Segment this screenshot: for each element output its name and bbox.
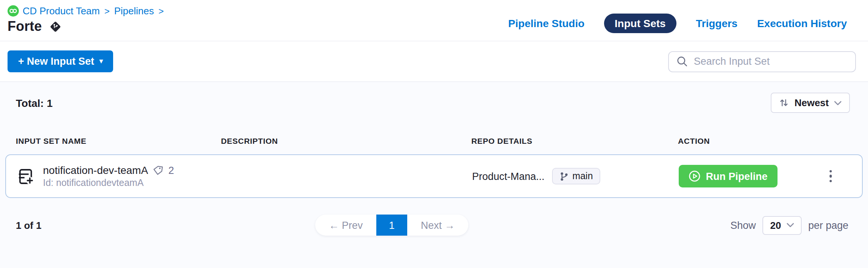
input-set-name-cell: notification-dev-teamA 2 Id: notificatio… [6,164,222,188]
input-set-row[interactable]: notification-dev-teamA 2 Id: notificatio… [5,154,863,198]
per-page-label: per page [808,219,848,231]
new-input-set-label: + New Input Set [18,56,94,67]
breadcrumb-separator: > [104,6,110,16]
total-count-label: Total: 1 [16,97,53,109]
column-header-input-set-name: INPUT SET NAME [16,136,221,145]
page-header: CD Product Team > Pipelines > Forte Pip [0,0,868,41]
input-sets-content: Total: 1 Newest INPUT SET NAME DESCRIPTI… [0,82,868,268]
list-meta-row: Total: 1 Newest [0,82,868,113]
search-icon [676,56,688,67]
sort-dropdown[interactable]: Newest [771,93,850,113]
input-set-name: notification-dev-teamA [43,164,148,176]
header-left: CD Product Team > Pipelines > Forte [8,5,164,35]
breadcrumb: CD Product Team > Pipelines > [8,5,164,17]
page-size-group: Show 20 per page [730,216,848,234]
cd-module-icon [8,5,19,17]
chevron-down-icon [834,100,842,105]
prev-page-button[interactable]: ← Prev [315,219,376,231]
pipeline-tabs: Pipeline Studio Input Sets Triggers Exec… [508,14,847,33]
run-pipeline-button[interactable]: Run Pipeline [679,165,778,187]
play-circle-icon [689,170,701,182]
tab-input-sets[interactable]: Input Sets [604,14,676,33]
new-input-set-button[interactable]: + New Input Set ▾ [8,50,113,72]
search-box[interactable] [668,51,856,72]
row-options-menu-icon[interactable] [826,167,835,186]
action-cell: Run Pipeline [679,165,862,187]
input-set-document-icon [17,167,35,186]
sort-arrows-icon [779,98,789,108]
branch-name: main [572,171,593,181]
page-title: Forte [8,19,42,35]
chevron-down-icon [786,223,794,227]
tag-count: 2 [169,164,174,176]
repo-name: Product-Mana... [472,171,544,182]
table-header-row: INPUT SET NAME DESCRIPTION REPO DETAILS … [0,136,868,145]
git-branch-icon [560,171,569,181]
name-line: notification-dev-teamA 2 [43,164,174,176]
toolbar: + New Input Set ▾ [0,41,868,82]
tab-pipeline-studio[interactable]: Pipeline Studio [508,17,584,29]
breadcrumb-pipelines-link[interactable]: Pipelines [114,5,154,17]
tags-icon [153,164,164,176]
name-stack: notification-dev-teamA 2 Id: notificatio… [43,164,174,188]
search-input[interactable] [694,56,848,67]
chevron-down-icon: ▾ [100,58,103,65]
repo-details-cell: Product-Mana... main [472,168,679,184]
page: CD Product Team > Pipelines > Forte Pip [0,0,868,268]
column-header-repo-details: REPO DETAILS [471,136,678,145]
breadcrumb-project-link[interactable]: CD Product Team [23,5,100,17]
next-page-button[interactable]: Next → [407,219,468,231]
tab-execution-history[interactable]: Execution History [757,17,847,29]
page-range-summary: 1 of 1 [16,219,41,231]
tab-triggers[interactable]: Triggers [696,17,738,29]
pagination-row: 1 of 1 ← Prev 1 Next → Show 20 per page [0,215,868,236]
sort-selected-value: Newest [794,97,829,108]
branch-badge: main [552,168,600,184]
run-pipeline-label: Run Pipeline [706,171,768,182]
current-page-button[interactable]: 1 [376,215,407,236]
git-pipeline-icon [49,20,61,33]
column-header-description: DESCRIPTION [221,136,471,145]
column-header-action: ACTION [678,136,868,145]
page-size-value: 20 [770,219,781,231]
page-size-dropdown[interactable]: 20 [762,216,801,234]
pager: ← Prev 1 Next → [315,215,468,236]
show-label: Show [730,219,756,231]
title-row: Forte [8,19,164,35]
input-set-id: Id: notificationdevteamA [43,178,174,188]
breadcrumb-separator: > [158,6,164,16]
